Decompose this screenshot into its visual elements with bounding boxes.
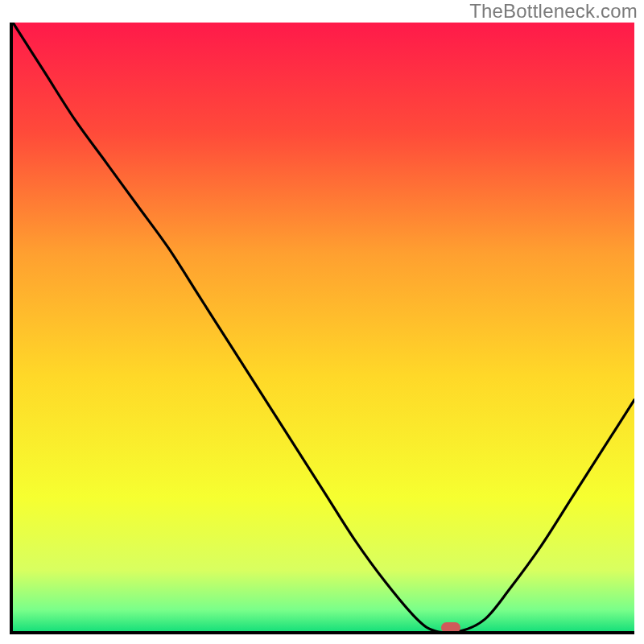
bottleneck-curve [13, 23, 634, 631]
plot-area [10, 23, 634, 634]
chart-container: TheBottleneck.com [0, 0, 644, 644]
optimal-point-marker [441, 622, 460, 633]
watermark-text: TheBottleneck.com [469, 0, 638, 23]
